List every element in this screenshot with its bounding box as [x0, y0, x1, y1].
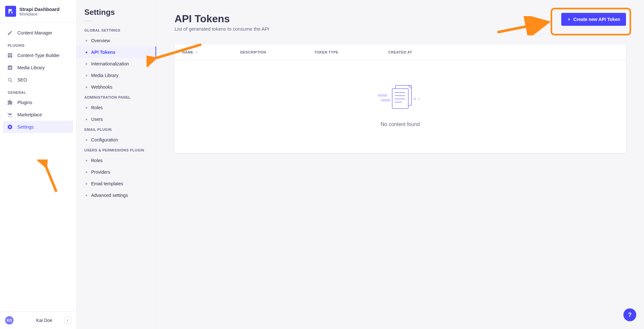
search-icon [7, 77, 13, 83]
chevron-left-icon [66, 319, 69, 322]
plus-icon [567, 17, 571, 21]
settings-item-overview[interactable]: Overview [77, 35, 156, 46]
sidebar-header: Strapi Dashboard Workplace [0, 0, 76, 23]
nav-settings[interactable]: Settings [3, 121, 73, 133]
page-header: API Tokens List of generated tokens to c… [175, 13, 626, 32]
empty-state: No content found [175, 60, 626, 153]
main-content: API Tokens List of generated tokens to c… [156, 0, 644, 329]
settings-title: Settings [77, 8, 156, 21]
nav-label: Content-Type Builder [17, 53, 60, 58]
empty-text: No content found [175, 121, 626, 127]
sidebar-nav: Content Manager PLUGINS Content-Type Bui… [0, 23, 76, 311]
nav-label: Media Library [17, 65, 45, 70]
settings-item-up-advanced[interactable]: Advanced settings [77, 189, 156, 201]
svg-rect-6 [381, 99, 391, 102]
svg-rect-0 [11, 12, 13, 14]
nav-section-general: GENERAL [3, 86, 73, 96]
sidebar-footer: KD Kai Doe [0, 311, 76, 329]
tokens-table: NAME DESCRIPTION TOKEN TYPE CREATED AT [175, 44, 626, 153]
table-header-row: NAME DESCRIPTION TOKEN TYPE CREATED AT [175, 44, 626, 60]
strapi-logo-icon [5, 6, 16, 17]
nav-label: Settings [17, 124, 34, 130]
th-name[interactable]: NAME [182, 50, 240, 54]
nav-label: Plugins [17, 100, 32, 105]
nav-label: SEO [17, 77, 27, 82]
settings-group-global: GLOBAL SETTINGS [77, 26, 156, 35]
nav-content-type-builder[interactable]: Content-Type Builder [3, 49, 73, 62]
nav-plugins[interactable]: Plugins [3, 96, 73, 109]
settings-item-internationalization[interactable]: Internationalization [77, 58, 156, 70]
nav-content-manager[interactable]: Content Manager [3, 27, 73, 39]
svg-point-8 [418, 98, 420, 100]
svg-rect-5 [378, 94, 387, 97]
settings-panel: Settings GLOBAL SETTINGS Overview API To… [77, 0, 156, 329]
nav-label: Content Manager [17, 30, 52, 35]
settings-item-up-roles[interactable]: Roles [77, 155, 156, 166]
th-created-at[interactable]: CREATED AT [388, 50, 618, 54]
settings-item-media-library[interactable]: Media Library [77, 70, 156, 81]
settings-item-admin-roles[interactable]: Roles [77, 102, 156, 113]
settings-item-email-config[interactable]: Configuration [77, 134, 156, 146]
help-button[interactable]: ? [623, 308, 636, 321]
image-icon [7, 65, 13, 71]
page-title: API Tokens [175, 13, 269, 25]
page-subtitle: List of generated tokens to consume the … [175, 26, 269, 32]
settings-group-email: EMAIL PLUGIN [77, 125, 156, 134]
settings-group-users-perm: USERS & PERMISSIONS PLUGIN [77, 146, 156, 155]
svg-point-1 [8, 78, 11, 81]
settings-item-admin-users[interactable]: Users [77, 113, 156, 125]
nav-marketplace[interactable]: Marketplace [3, 109, 73, 121]
divider [84, 21, 92, 21]
settings-group-admin: ADMINISTRATION PANEL [77, 93, 156, 102]
svg-line-2 [11, 81, 12, 82]
layout-icon [7, 53, 13, 58]
th-token-type[interactable]: TOKEN TYPE [314, 50, 388, 54]
nav-media-library[interactable]: Media Library [3, 62, 73, 74]
user-name: Kai Doe [36, 318, 52, 323]
sort-asc-icon [195, 51, 198, 54]
th-description[interactable]: DESCRIPTION [240, 50, 314, 54]
avatar: KD [5, 316, 14, 324]
settings-item-up-email-templates[interactable]: Email templates [77, 178, 156, 189]
app-workspace: Workplace [19, 12, 60, 16]
puzzle-icon [7, 100, 13, 105]
cart-icon [7, 112, 13, 118]
create-api-token-button[interactable]: Create new API Token [561, 13, 626, 26]
collapse-sidebar-button[interactable] [64, 317, 71, 324]
gear-icon [7, 124, 13, 130]
nav-section-plugins: PLUGINS [3, 39, 73, 49]
svg-point-7 [413, 98, 416, 100]
app-title: Strapi Dashboard [19, 6, 60, 12]
settings-item-webhooks[interactable]: Webhooks [77, 81, 156, 93]
settings-item-api-tokens[interactable]: API Tokens [77, 46, 156, 58]
pencil-icon [7, 30, 13, 36]
empty-illustration-icon [378, 83, 423, 112]
sidebar-main: Strapi Dashboard Workplace Content Manag… [0, 0, 77, 329]
settings-item-up-providers[interactable]: Providers [77, 166, 156, 178]
nav-seo[interactable]: SEO [3, 74, 73, 86]
nav-label: Marketplace [17, 112, 42, 117]
